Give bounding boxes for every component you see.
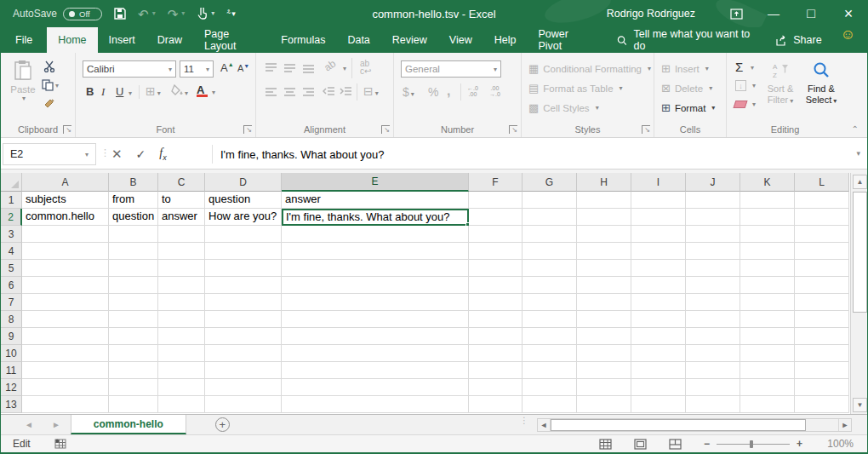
cell-I8[interactable] bbox=[631, 311, 686, 328]
insert-cells-button[interactable]: ⊞Insert▾ bbox=[661, 62, 709, 75]
cell-A1[interactable]: subjects bbox=[22, 192, 109, 209]
column-header-E[interactable]: E bbox=[282, 173, 469, 192]
zoom-level[interactable]: 100% bbox=[825, 438, 854, 450]
cell-A7[interactable] bbox=[22, 294, 109, 311]
cell-L8[interactable] bbox=[795, 311, 849, 328]
underline-button[interactable]: U bbox=[116, 85, 123, 98]
cell-A8[interactable] bbox=[22, 311, 109, 328]
find-select-button[interactable]: Find & Select▾ bbox=[802, 60, 841, 106]
decrease-decimal-button[interactable]: .00 →.0 bbox=[489, 85, 500, 97]
cell-I13[interactable] bbox=[631, 396, 686, 413]
cell-B7[interactable] bbox=[109, 294, 158, 311]
vertical-scrollbar[interactable]: ▲ ▼ bbox=[850, 173, 868, 414]
cell-E1[interactable]: answer bbox=[282, 192, 469, 209]
cell-B1[interactable]: from bbox=[109, 192, 158, 209]
cell-D12[interactable] bbox=[205, 379, 282, 396]
cell-D7[interactable] bbox=[205, 294, 282, 311]
cell-I7[interactable] bbox=[631, 294, 686, 311]
cell-K11[interactable] bbox=[740, 362, 795, 379]
row-header-1[interactable]: 1 bbox=[1, 192, 22, 209]
orientation-button[interactable]: ab bbox=[322, 57, 338, 73]
align-right-icon[interactable] bbox=[302, 87, 315, 97]
cell-F10[interactable] bbox=[469, 345, 523, 362]
column-header-L[interactable]: L bbox=[795, 173, 849, 192]
decrease-indent-icon[interactable] bbox=[323, 87, 335, 97]
cell-I5[interactable] bbox=[631, 260, 686, 277]
cell-A13[interactable] bbox=[22, 396, 109, 413]
cell-C4[interactable] bbox=[158, 243, 205, 260]
row-header-13[interactable]: 13 bbox=[1, 396, 22, 413]
cell-F6[interactable] bbox=[469, 277, 523, 294]
cell-J11[interactable] bbox=[686, 362, 740, 379]
cell-J2[interactable] bbox=[686, 209, 740, 226]
cell-C12[interactable] bbox=[158, 379, 205, 396]
row-header-6[interactable]: 6 bbox=[1, 277, 22, 294]
column-header-F[interactable]: F bbox=[469, 173, 523, 192]
vertical-scroll-thumb[interactable] bbox=[853, 192, 867, 313]
cell-A10[interactable] bbox=[22, 345, 109, 362]
cell-G13[interactable] bbox=[523, 396, 577, 413]
cell-H7[interactable] bbox=[577, 294, 631, 311]
tab-help[interactable]: Help bbox=[483, 27, 528, 53]
undo-button[interactable]: ↶▾ bbox=[138, 8, 156, 20]
user-name[interactable]: Rodrigo Rodriguez bbox=[607, 8, 695, 20]
row-header-10[interactable]: 10 bbox=[1, 345, 22, 362]
cell-J6[interactable] bbox=[686, 277, 740, 294]
cell-F7[interactable] bbox=[469, 294, 523, 311]
cell-D3[interactable] bbox=[205, 226, 282, 243]
cell-C1[interactable]: to bbox=[158, 192, 205, 209]
percent-style-button[interactable]: % bbox=[428, 85, 438, 99]
cell-F1[interactable] bbox=[469, 192, 523, 209]
maximize-button[interactable]: □ bbox=[792, 0, 830, 27]
cell-H11[interactable] bbox=[577, 362, 631, 379]
cell-J4[interactable] bbox=[686, 243, 740, 260]
cell-E3[interactable] bbox=[282, 226, 469, 243]
cell-F13[interactable] bbox=[469, 396, 523, 413]
fill-button[interactable]: ↓ bbox=[735, 80, 746, 91]
clear-button[interactable] bbox=[734, 101, 748, 108]
increase-indent-icon[interactable] bbox=[340, 87, 352, 97]
format-cells-button[interactable]: ⊞Format▾ bbox=[661, 101, 715, 114]
increase-decimal-button[interactable]: ←.0 .00 bbox=[467, 85, 478, 97]
cell-C2[interactable]: answer bbox=[158, 209, 205, 226]
copy-button[interactable]: ▾ bbox=[42, 79, 59, 91]
tab-review[interactable]: Review bbox=[381, 27, 438, 53]
cell-K1[interactable] bbox=[740, 192, 795, 209]
column-header-K[interactable]: K bbox=[740, 173, 795, 192]
cell-H2[interactable] bbox=[577, 209, 631, 226]
cell-C5[interactable] bbox=[158, 260, 205, 277]
autosum-dropdown-icon[interactable]: ▾ bbox=[751, 64, 754, 72]
merge-center-button[interactable]: ⊟▾ bbox=[363, 84, 379, 98]
cell-C6[interactable] bbox=[158, 277, 205, 294]
cell-G8[interactable] bbox=[523, 311, 577, 328]
cell-K9[interactable] bbox=[740, 328, 795, 345]
cell-I4[interactable] bbox=[631, 243, 686, 260]
row-header-5[interactable]: 5 bbox=[1, 260, 22, 277]
cell-I3[interactable] bbox=[631, 226, 686, 243]
zoom-out-button[interactable]: − bbox=[704, 438, 710, 450]
sort-filter-button[interactable]: AZ Sort & Filter▾ bbox=[761, 60, 800, 106]
cell-D4[interactable] bbox=[205, 243, 282, 260]
cell-G3[interactable] bbox=[523, 226, 577, 243]
cell-D10[interactable] bbox=[205, 345, 282, 362]
font-color-button[interactable]: A bbox=[197, 83, 208, 97]
cell-I11[interactable] bbox=[631, 362, 686, 379]
cell-D6[interactable] bbox=[205, 277, 282, 294]
zoom-in-button[interactable]: + bbox=[797, 438, 802, 450]
cell-F4[interactable] bbox=[469, 243, 523, 260]
column-header-D[interactable]: D bbox=[205, 173, 282, 192]
cell-G9[interactable] bbox=[523, 328, 577, 345]
tab-page-layout[interactable]: Page Layout bbox=[193, 27, 270, 53]
cell-G4[interactable] bbox=[523, 243, 577, 260]
row-header-4[interactable]: 4 bbox=[1, 243, 22, 260]
sheet-nav-right-icon[interactable]: ► bbox=[52, 420, 60, 429]
cell-H13[interactable] bbox=[577, 396, 631, 413]
cell-C3[interactable] bbox=[158, 226, 205, 243]
cell-J3[interactable] bbox=[686, 226, 740, 243]
cell-E7[interactable] bbox=[282, 294, 469, 311]
cell-H12[interactable] bbox=[577, 379, 631, 396]
cell-G12[interactable] bbox=[523, 379, 577, 396]
fill-color-button[interactable]: ▾ bbox=[171, 84, 188, 97]
cell-L12[interactable] bbox=[795, 379, 849, 396]
wrap-text-button[interactable]: abc↩ bbox=[360, 60, 371, 75]
